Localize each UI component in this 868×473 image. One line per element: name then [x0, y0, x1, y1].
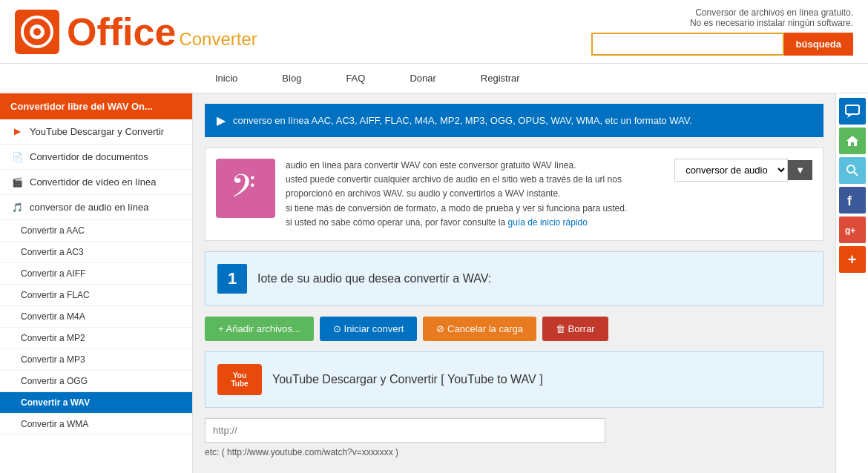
logo-converter: Converter [179, 29, 257, 49]
url-input[interactable] [205, 418, 605, 443]
sidebar-sub-wav[interactable]: Convertir a WAV [0, 392, 192, 414]
right-panel: f g+ + [835, 93, 868, 473]
home-icon[interactable] [839, 128, 866, 154]
arrow-icon: ▶ [217, 113, 226, 128]
youtube-icon-box: You Tube [217, 364, 262, 395]
sidebar-sub-mp3[interactable]: Convertir a MP3 [0, 349, 192, 371]
select-arrow-button[interactable]: ▼ [788, 160, 812, 180]
blue-banner: ▶ converso en línea AAC, AC3, AIFF, FLAC… [205, 104, 823, 137]
svg-marker-7 [846, 136, 858, 146]
logo-area: OfficeConverter [15, 10, 257, 54]
search-input[interactable] [591, 33, 784, 56]
youtube-title: YouTube Descargar y Convertir [ YouTube … [272, 373, 543, 386]
audio-icon: 🎵 [10, 202, 24, 213]
svg-line-9 [854, 172, 858, 176]
search-area: búsqueda [591, 33, 853, 56]
svg-point-3 [33, 28, 41, 36]
content-area: ▶ converso en línea AAC, AC3, AIFF, FLAC… [193, 93, 835, 473]
logo-office: Office [67, 10, 176, 53]
video-icon: 🎬 [10, 177, 24, 188]
audio-clef-icon: 𝄢 [216, 159, 275, 218]
cancel-upload-button[interactable]: ⊘ Cancelar la carga [423, 317, 536, 341]
sidebar-sub-aiff[interactable]: Convertir a AIFF [0, 263, 192, 285]
header-right: Conversor de archivos en línea gratuito.… [591, 7, 853, 56]
google-plus-icon[interactable]: g+ [839, 216, 866, 243]
sidebar-sub-ogg[interactable]: Convertir a OGG [0, 371, 192, 392]
sidebar-sub-wma[interactable]: Convertir a WMA [0, 414, 192, 435]
nav-inicio[interactable]: Inicio [193, 64, 260, 93]
youtube-box: You Tube YouTube Descargar y Convertir [… [205, 351, 823, 408]
navbar: Inicio Blog FAQ Donar Registrar [0, 64, 868, 93]
svg-rect-5 [846, 105, 859, 114]
search-icon[interactable] [839, 157, 866, 184]
add-icon[interactable]: + [839, 246, 866, 273]
main-layout: Convertidor libre del WAV On... ▶ YouTub… [0, 93, 868, 473]
sidebar-item-documents[interactable]: 📄 Convertidor de documentos [0, 145, 192, 170]
sidebar-item-video[interactable]: 🎬 Convertidor de vídeo en línea [0, 170, 192, 195]
logo-text: OfficeConverter [67, 13, 257, 51]
add-files-button[interactable]: + Añadir archivos... [205, 317, 314, 341]
svg-text:𝄢: 𝄢 [231, 169, 255, 211]
header: OfficeConverter Conversor de archivos en… [0, 0, 868, 64]
select-wrapper: conversor de audio ▼ [674, 159, 812, 182]
chat-icon[interactable] [839, 98, 866, 125]
info-description: audio en línea para convertir WAV con es… [286, 159, 664, 230]
sidebar: Convertidor libre del WAV On... ▶ YouTub… [0, 93, 193, 473]
sidebar-sub-ac3[interactable]: Convertir a AC3 [0, 242, 192, 263]
nav-blog[interactable]: Blog [260, 64, 323, 93]
sidebar-item-youtube[interactable]: ▶ YouTube Descargar y Convertir [0, 119, 192, 145]
banner-text: converso en línea AAC, AC3, AIFF, FLAC, … [233, 115, 692, 126]
delete-button[interactable]: 🗑 Borrar [542, 317, 608, 341]
buttons-row: + Añadir archivos... ⊙ Iniciar convert ⊘… [205, 317, 823, 341]
header-tagline: Conversor de archivos en línea gratuito.… [690, 7, 853, 28]
nav-registrar[interactable]: Registrar [458, 64, 542, 93]
audio-converter-select[interactable]: conversor de audio [674, 159, 788, 182]
upload-box: 1 Iote de su audio que desea convertir a… [205, 251, 823, 306]
quick-guide-link[interactable]: guía de inicio rápido [508, 217, 588, 228]
nav-faq[interactable]: FAQ [323, 64, 387, 93]
sidebar-sub-aac[interactable]: Convertir a AAC [0, 220, 192, 242]
sidebar-item-audio[interactable]: 🎵 conversor de audio en línea [0, 195, 192, 220]
svg-point-8 [847, 165, 855, 173]
info-box: 𝄢 audio en línea para convertir WAV con … [205, 148, 823, 241]
start-convert-button[interactable]: ⊙ Iniciar convert [320, 317, 418, 341]
url-hint: etc: ( http://www.youtube.com/watch?v=xx… [205, 447, 823, 457]
facebook-icon[interactable]: f [839, 187, 866, 214]
document-icon: 📄 [10, 152, 24, 162]
sidebar-header: Convertidor libre del WAV On... [0, 93, 192, 119]
svg-text:g+: g+ [845, 225, 855, 235]
url-input-row [205, 418, 823, 443]
upload-step-number: 1 [217, 264, 247, 294]
youtube-icon: ▶ [10, 127, 24, 137]
logo-icon [15, 10, 59, 54]
sidebar-sub-flac[interactable]: Convertir a FLAC [0, 285, 192, 306]
upload-text: Iote de su audio que desea convertir a W… [257, 272, 491, 285]
nav-donar[interactable]: Donar [387, 64, 458, 93]
sidebar-sub-m4a[interactable]: Convertir a M4A [0, 306, 192, 328]
search-button[interactable]: búsqueda [784, 33, 853, 56]
svg-text:f: f [847, 194, 852, 208]
sidebar-sub-mp2[interactable]: Convertir a MP2 [0, 328, 192, 349]
